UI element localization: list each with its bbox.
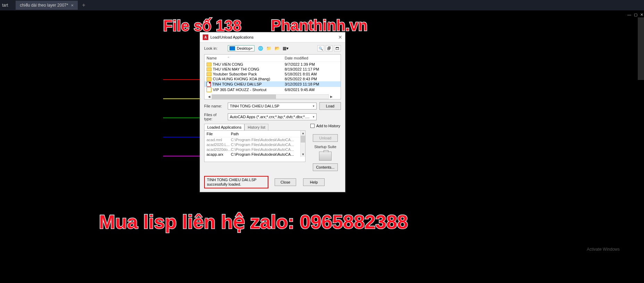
tab-history[interactable]: History list [244, 124, 268, 130]
new-folder-icon[interactable]: 📂 [274, 45, 280, 51]
folder-icon [207, 77, 211, 81]
up-icon[interactable]: 📁 [266, 45, 272, 51]
drive-icon [229, 46, 235, 50]
tab-file[interactable]: chiều dài theo layer 2007* ✕ [16, 1, 78, 10]
startup-suite-label: Startup Suite [314, 145, 336, 149]
list-item[interactable]: THU VIEN CONG 9/7/2022 1:39 PM [204, 62, 341, 67]
tool-icon[interactable]: 🗔 [334, 45, 341, 51]
back-icon[interactable]: 🌐 [257, 45, 264, 51]
filename-label: File name: [204, 104, 225, 108]
add-tab-button[interactable]: + [78, 2, 89, 8]
help-button[interactable]: Help [303, 178, 325, 186]
file-list[interactable]: Name⌃ Date modified THU VIEN CONG 9/7/20… [204, 54, 341, 99]
add-to-history-checkbox[interactable]: Add to History [310, 124, 340, 128]
tab-loaded-apps[interactable]: Loaded Applications [204, 124, 244, 130]
unload-button[interactable]: Unload [313, 134, 338, 142]
canvas-line [163, 79, 200, 80]
lookin-combo[interactable]: Desktop ▾ [228, 45, 254, 51]
overlay-footer: Mua lisp liên hệ zalo: 0965882388 [99, 210, 408, 233]
lsp-file-icon [207, 82, 211, 87]
status-message: TINH TONG CHIEU DAI.LSP successfully loa… [204, 176, 268, 188]
close-icon[interactable]: ✕ [71, 3, 74, 7]
checkbox-icon [310, 124, 315, 128]
load-button[interactable]: Load [319, 102, 341, 110]
tool-icon[interactable]: 🗐 [326, 45, 333, 51]
scroll-down-icon[interactable]: ▼ [301, 152, 306, 157]
list-item[interactable]: CUA HUNG KHONG XOA (thang) 8/25/2022 8:4… [204, 76, 341, 81]
right-palette [638, 17, 644, 80]
loaded-list-header[interactable]: File Path [204, 131, 305, 137]
dialog-titlebar[interactable]: A Load/Unload Applications ✕ [200, 32, 345, 42]
shortcut-icon [207, 87, 211, 92]
horizontal-scrollbar[interactable]: ◀ ▶ [207, 94, 334, 99]
table-row[interactable]: acad.mnlC:\Program Files\Autodesk\AutoCA… [204, 137, 305, 142]
chevron-down-icon: ▾ [313, 104, 315, 108]
chevron-down-icon: ▾ [251, 47, 253, 50]
canvas-line [163, 156, 200, 156]
list-item[interactable]: Youtuber Subscriber Pack 5/18/2021 8:01 … [204, 72, 341, 76]
scroll-left-icon[interactable]: ◀ [207, 94, 211, 99]
activate-windows-watermark: Activate Windows [587, 247, 620, 252]
briefcase-icon[interactable] [319, 152, 332, 161]
overlay-title-2: Phanthinh.vn [271, 17, 368, 34]
restore-icon[interactable]: ▢ [634, 13, 637, 17]
folder-icon [207, 63, 211, 66]
filename-input[interactable]: TINH TONG CHIEU DAI.LSP▾ [228, 103, 317, 110]
close-icon[interactable]: ✕ [640, 13, 643, 17]
file-list-header[interactable]: Name⌃ Date modified [204, 55, 341, 62]
vertical-scrollbar[interactable]: ▲ ▼ [300, 131, 305, 157]
list-item[interactable]: VIP 365 DAT HOUZZ - Shortcut 6/8/2021 9:… [204, 87, 341, 92]
canvas-line [163, 98, 200, 99]
table-row[interactable]: acad2020do...C:\Program Files\Autodesk\A… [204, 147, 305, 152]
scroll-right-icon[interactable]: ▶ [329, 94, 334, 99]
list-item[interactable]: TINH TONG CHIEU DAI.LSP 3/12/2023 11:18 … [204, 81, 341, 87]
lookin-label: Look in: [204, 46, 225, 50]
views-icon[interactable]: ▦▾ [282, 45, 288, 51]
load-unload-dialog: A Load/Unload Applications ✕ Look in: De… [200, 32, 345, 192]
folder-icon [207, 67, 211, 71]
find-icon[interactable]: 🔍 [317, 45, 324, 51]
canvas-line [163, 118, 200, 118]
canvas-line [163, 137, 200, 137]
loaded-tabs: Loaded Applications History list [204, 124, 306, 131]
tab-bar: tart chiều dài theo layer 2007* ✕ + [0, 0, 644, 10]
window-controls: — ▢ ✕ [627, 13, 643, 17]
close-button[interactable]: Close [275, 178, 296, 186]
drawing-canvas-lines [163, 79, 200, 175]
loaded-apps-list[interactable]: File Path acad.mnlC:\Program Files\Autod… [204, 131, 306, 162]
table-row[interactable]: acapp.arxC:\Program Files\Autodesk\AutoC… [204, 152, 305, 157]
dialog-close-icon[interactable]: ✕ [338, 34, 342, 40]
tab-start[interactable]: tart [0, 1, 15, 10]
filetype-combo[interactable]: AutoCAD Apps (*.arx;*.crx;*.lsp;*.dvb;*.… [228, 113, 317, 120]
list-item[interactable]: THU VIEN MAY THI CONG 8/19/2022 11:17 PM [204, 67, 341, 72]
table-row[interactable]: acad2020.L...C:\Program Files\Autodesk\A… [204, 142, 305, 147]
filetype-label: Files of type: [204, 113, 225, 121]
minimize-icon[interactable]: — [627, 13, 631, 17]
folder-icon [207, 72, 211, 76]
autocad-icon: A [203, 34, 208, 40]
scroll-up-icon[interactable]: ▲ [301, 131, 306, 136]
dialog-title: Load/Unload Applications [210, 35, 253, 39]
contents-button[interactable]: Contents... [313, 163, 338, 171]
chevron-down-icon: ▾ [313, 115, 315, 119]
